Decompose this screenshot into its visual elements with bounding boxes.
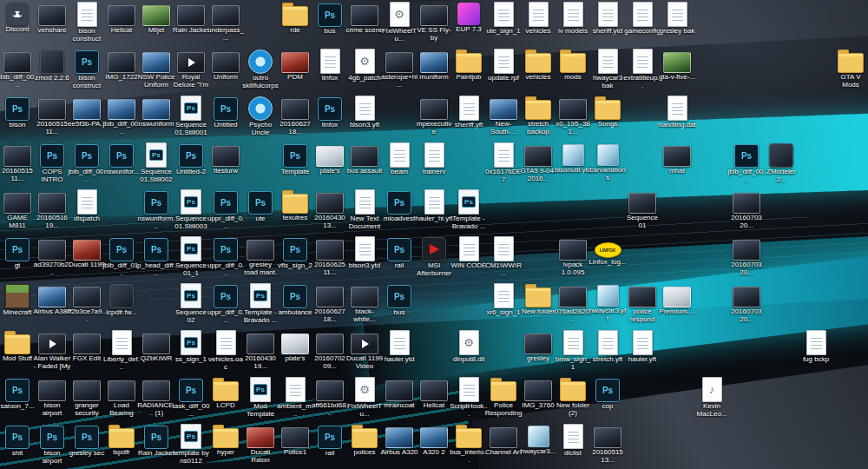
desktop-icon[interactable]: New folder — [521, 281, 556, 328]
desktop-icon[interactable]: bison — [0, 94, 35, 141]
desktop-icon[interactable]: ute — [243, 188, 278, 234]
desktop-icon[interactable]: COPS INTRO — [35, 141, 69, 188]
desktop-icon[interactable]: Ducati 1199 — [69, 234, 104, 281]
desktop-icon[interactable]: muniform — [417, 47, 451, 94]
desktop-icon[interactable]: shit — [0, 422, 35, 469]
desktop-icon[interactable]: linfox — [312, 47, 347, 94]
desktop-icon[interactable]: Template - Bravado ... — [451, 188, 486, 234]
desktop-icon[interactable]: 20160430 19... — [243, 328, 278, 375]
desktop-icon[interactable]: FixiWheelTu... — [347, 375, 382, 422]
desktop-icon[interactable]: A320 2 — [417, 422, 451, 469]
desktop-icon[interactable]: Uniform — [208, 47, 243, 94]
desktop-icon[interactable]: New-South-... — [486, 94, 521, 141]
desktop-icon[interactable]: outro skillfulcorpse — [243, 47, 278, 94]
desktop-icon[interactable]: police respond — [625, 281, 660, 328]
desktop-icon[interactable]: p_head_diff... — [139, 234, 174, 281]
desktop-icon[interactable]: trainerv — [417, 141, 451, 188]
desktop-icon[interactable]: IMG_3760 — [521, 375, 556, 422]
desktop-icon[interactable]: jbib_diff_01... — [104, 234, 139, 281]
desktop-icon[interactable]: lcpdfr.fw... — [104, 281, 139, 328]
desktop-icon[interactable]: hwaycar3 bak — [590, 47, 625, 94]
desktop-icon[interactable]: GAME M811 — [0, 188, 35, 234]
desktop-icon[interactable]: stretch backup — [521, 94, 556, 141]
desktop-icon[interactable]: vfls_sign_2 — [278, 234, 312, 281]
desktop-icon[interactable]: mloadvest — [382, 188, 417, 234]
desktop-icon[interactable]: dinput8.dll — [451, 328, 486, 375]
desktop-icon[interactable]: x0_195_381... — [556, 94, 590, 141]
desktop-icon[interactable]: mods — [556, 47, 590, 94]
desktop-icon[interactable]: Premium-... — [660, 281, 694, 328]
desktop-icon[interactable]: Songs — [590, 94, 625, 141]
desktop-icon[interactable]: carvariations — [590, 141, 625, 188]
desktop-icon[interactable]: 20160703 20... — [729, 234, 764, 281]
desktop-icon[interactable]: sheriff.ytd — [590, 0, 625, 47]
desktop-icon[interactable]: hauler.yft — [625, 328, 660, 375]
desktop-icon[interactable]: bison construct — [69, 0, 104, 47]
desktop-icon[interactable]: Airbus A380 — [35, 281, 69, 328]
desktop-icon[interactable]: task_diff_00... — [174, 375, 208, 422]
desktop-icon[interactable]: ambient_m... — [278, 375, 312, 422]
desktop-icon[interactable]: jbib_diff_00... — [69, 141, 104, 188]
desktop-icon[interactable]: rde — [278, 0, 312, 47]
desktop-icon[interactable]: granger security — [69, 375, 104, 422]
desktop-icon[interactable]: 20160702 09... — [312, 328, 347, 375]
desktop-icon[interactable]: Royal Deluxe "I'm Gonn... — [174, 47, 208, 94]
desktop-icon[interactable]: sheriff.yft — [451, 94, 486, 141]
desktop-icon[interactable]: aff661bd68... — [312, 375, 347, 422]
desktop-icon[interactable]: bus_interio... — [451, 422, 486, 469]
desktop-icon[interactable]: dispatch — [69, 188, 104, 234]
desktop-icon[interactable]: black-white... — [347, 281, 382, 328]
desktop-icon[interactable]: RADIANCE... (1) — [139, 375, 174, 422]
desktop-icon[interactable]: Sequence 01_1 — [174, 234, 208, 281]
desktop-icon[interactable]: plate's — [278, 328, 312, 375]
desktop-icon[interactable]: ee5f3b-PA... — [69, 94, 104, 141]
desktop-icon[interactable]: QZbKIWR — [139, 328, 174, 375]
desktop-icon[interactable]: Untitled-2 — [174, 141, 208, 188]
desktop-icon[interactable]: 20160625 11... — [312, 234, 347, 281]
desktop-icon[interactable]: GTA5 9-04-2016... — [521, 141, 556, 188]
desktop-icon[interactable]: vehicles — [521, 47, 556, 94]
desktop-icon[interactable]: bmw_sign_1 — [556, 328, 590, 375]
desktop-icon[interactable]: WIN CODE — [451, 234, 486, 281]
desktop-icon[interactable]: Sequence 01 — [625, 188, 660, 234]
desktop-icon[interactable]: mraincoat — [382, 375, 417, 422]
desktop-icon[interactable]: Template — [278, 141, 312, 188]
desktop-icon[interactable]: ScriptHook... — [451, 375, 486, 422]
desktop-icon[interactable]: rail — [382, 234, 417, 281]
desktop-icon[interactable]: MSI Afterburner — [417, 234, 451, 281]
desktop-icon[interactable]: NSW Police Uniform Pa... — [139, 47, 174, 94]
desktop-icon[interactable]: Hellcat — [104, 0, 139, 47]
desktop-icon[interactable]: 20160703 20... — [729, 188, 764, 234]
desktop-icon[interactable]: beam — [382, 141, 417, 188]
desktop-icon[interactable]: Miljet — [139, 0, 174, 47]
desktop-icon[interactable]: 0x16176DE7 — [486, 141, 521, 188]
desktop-icon[interactable]: 20160516 19... — [35, 188, 69, 234]
desktop-icon[interactable]: bison airport — [35, 422, 69, 469]
desktop-icon[interactable]: bus assault — [347, 141, 382, 188]
desktop-icon[interactable]: Paintjob — [451, 47, 486, 94]
desktop-icon[interactable]: Airbus A320 — [382, 422, 417, 469]
desktop-icon[interactable]: bison3.yft — [347, 94, 382, 141]
desktop-icon[interactable]: Ducati Raton — [243, 422, 278, 469]
desktop-icon[interactable]: vehicles — [521, 0, 556, 47]
desktop-icon[interactable]: saloon_7... — [0, 375, 35, 422]
desktop-icon[interactable]: ss_sign_1 — [174, 328, 208, 375]
desktop-icon[interactable]: Liberty_def... — [104, 328, 139, 375]
desktop-icon[interactable]: Channel Art — [486, 422, 521, 469]
desktop-icon[interactable]: gta-v-five-... — [660, 47, 694, 94]
desktop-icon[interactable]: xr6_sign_1 — [486, 281, 521, 328]
desktop-icon[interactable]: iv models — [556, 0, 590, 47]
desktop-icon[interactable]: New folder (2) — [556, 375, 590, 422]
desktop-icon[interactable]: zmod 2.2.6 — [35, 47, 69, 94]
desktop-icon[interactable]: bison3.ytd — [347, 234, 382, 281]
desktop-icon[interactable]: Untitled — [208, 94, 243, 141]
desktop-icon[interactable]: ad39270b2... — [35, 234, 69, 281]
desktop-icon[interactable]: Kevin MacLeo... — [694, 375, 729, 422]
desktop-icon[interactable]: FGX Edit — [69, 328, 104, 375]
desktop-icon[interactable]: Alan Walker - Faded [My ... — [35, 328, 69, 375]
desktop-icon[interactable]: Rain Jacket — [174, 0, 208, 47]
desktop-icon[interactable]: Load Bearing Vest — [104, 375, 139, 422]
desktop-icon[interactable]: gameconfig — [625, 0, 660, 47]
desktop-icon[interactable]: update.rpf — [486, 47, 521, 94]
desktop-icon[interactable]: asterope+hi... — [382, 47, 417, 94]
